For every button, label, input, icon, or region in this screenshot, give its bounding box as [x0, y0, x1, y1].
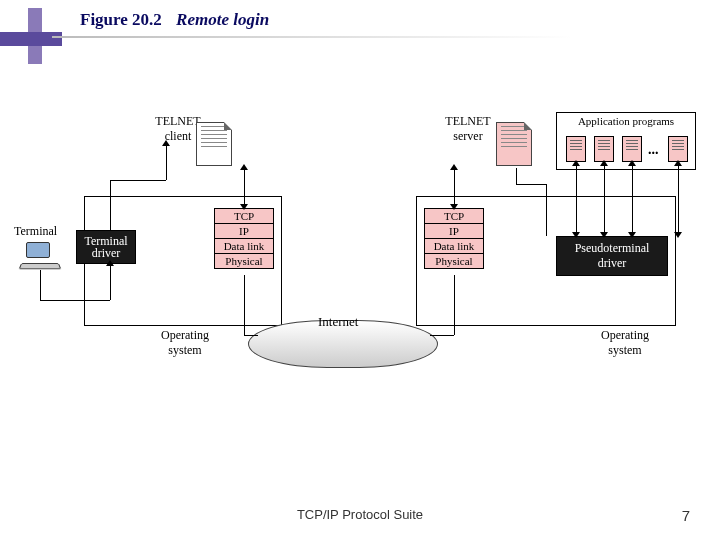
server-os-label: Operating system [590, 328, 660, 358]
app-programs-label: Application programs [557, 113, 695, 127]
app-icon-1 [566, 136, 586, 162]
client-os-label: Operating system [150, 328, 220, 358]
client-stack: TCP IP Data link Physical [214, 208, 274, 269]
client-page-icon [196, 122, 232, 166]
client-stack-ip: IP [215, 224, 273, 239]
server-stack: TCP IP Data link Physical [424, 208, 484, 269]
logo-horizontal-bar [0, 32, 62, 46]
internet-label: Internet [318, 314, 358, 330]
telnet-server-label: TELNET server [438, 114, 498, 144]
header-rule [52, 36, 572, 38]
slide-header: Figure 20.2 Remote login [0, 8, 720, 68]
client-stack-tcp: TCP [215, 209, 273, 224]
app-icon-n [668, 136, 688, 162]
server-stack-ip: IP [425, 224, 483, 239]
remote-login-diagram: Terminal Terminal driver TELNET client T… [0, 120, 720, 450]
client-stack-physical: Physical [215, 254, 273, 268]
page-number: 7 [682, 507, 690, 524]
server-stack-tcp: TCP [425, 209, 483, 224]
footer-text: TCP/IP Protocol Suite [0, 507, 720, 522]
figure-number: Figure 20.2 [80, 10, 162, 29]
pseudoterminal-driver-box: Pseudoterminal driver [556, 236, 668, 276]
terminal-driver-box: Terminal driver [76, 230, 136, 264]
figure-title: Figure 20.2 Remote login [80, 10, 269, 30]
terminal-label: Terminal [14, 224, 57, 239]
figure-caption: Remote login [176, 10, 269, 29]
server-page-icon [496, 122, 532, 166]
app-icon-2 [594, 136, 614, 162]
server-stack-datalink: Data link [425, 239, 483, 254]
laptop-icon [20, 242, 60, 270]
ellipsis: ... [648, 142, 659, 158]
app-icon-3 [622, 136, 642, 162]
client-stack-datalink: Data link [215, 239, 273, 254]
server-stack-physical: Physical [425, 254, 483, 268]
